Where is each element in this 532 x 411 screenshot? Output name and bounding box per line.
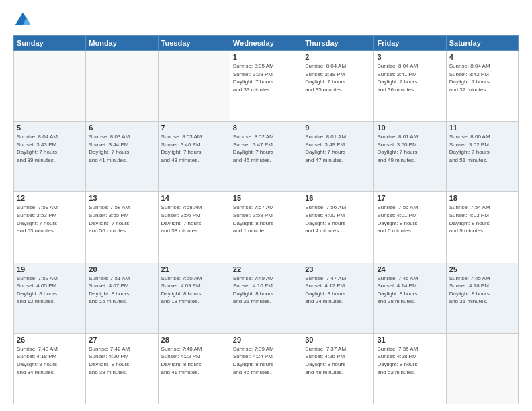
weekday-header-tuesday: Tuesday (158, 36, 230, 51)
weekday-header-thursday: Thursday (302, 36, 374, 51)
calendar-cell: 23Sunrise: 7:47 AM Sunset: 4:12 PM Dayli… (302, 263, 374, 333)
calendar-cell: 8Sunrise: 8:02 AM Sunset: 3:47 PM Daylig… (230, 122, 302, 192)
day-info: Sunrise: 7:56 AM Sunset: 4:00 PM Dayligh… (305, 203, 371, 234)
calendar-cell: 15Sunrise: 7:57 AM Sunset: 3:58 PM Dayli… (230, 192, 302, 263)
day-number: 14 (161, 194, 227, 202)
weekday-header-friday: Friday (374, 36, 446, 51)
calendar-cell (86, 51, 158, 122)
calendar-cell: 24Sunrise: 7:46 AM Sunset: 4:14 PM Dayli… (374, 263, 446, 333)
week-row-4: 19Sunrise: 7:52 AM Sunset: 4:05 PM Dayli… (14, 263, 519, 333)
weekday-header-sunday: Sunday (14, 36, 86, 51)
day-number: 16 (305, 194, 371, 202)
day-number: 19 (17, 265, 83, 273)
day-info: Sunrise: 7:47 AM Sunset: 4:12 PM Dayligh… (305, 275, 371, 306)
calendar-cell: 14Sunrise: 7:58 AM Sunset: 3:56 PM Dayli… (158, 192, 230, 263)
day-info: Sunrise: 8:04 AM Sunset: 3:42 PM Dayligh… (449, 62, 515, 93)
day-number: 30 (305, 336, 371, 344)
day-info: Sunrise: 7:59 AM Sunset: 3:53 PM Dayligh… (17, 203, 83, 234)
day-info: Sunrise: 7:50 AM Sunset: 4:09 PM Dayligh… (161, 275, 227, 306)
day-info: Sunrise: 7:54 AM Sunset: 4:03 PM Dayligh… (449, 203, 515, 234)
calendar-cell: 26Sunrise: 7:43 AM Sunset: 4:18 PM Dayli… (14, 333, 86, 404)
day-info: Sunrise: 7:42 AM Sunset: 4:20 PM Dayligh… (89, 345, 154, 376)
day-number: 17 (377, 194, 443, 202)
calendar-cell: 20Sunrise: 7:51 AM Sunset: 4:07 PM Dayli… (86, 263, 158, 333)
calendar-cell: 21Sunrise: 7:50 AM Sunset: 4:09 PM Dayli… (158, 263, 230, 333)
weekday-header-wednesday: Wednesday (230, 36, 302, 51)
calendar-cell: 25Sunrise: 7:45 AM Sunset: 4:16 PM Dayli… (446, 263, 518, 333)
calendar-cell: 30Sunrise: 7:37 AM Sunset: 4:26 PM Dayli… (302, 333, 374, 404)
day-number: 18 (449, 194, 515, 202)
header (13, 11, 519, 30)
day-number: 7 (161, 124, 227, 132)
calendar-cell: 31Sunrise: 7:35 AM Sunset: 4:28 PM Dayli… (374, 333, 446, 404)
day-number: 5 (17, 124, 83, 132)
day-info: Sunrise: 7:52 AM Sunset: 4:05 PM Dayligh… (17, 275, 83, 306)
calendar-cell: 19Sunrise: 7:52 AM Sunset: 4:05 PM Dayli… (14, 263, 86, 333)
day-number: 2 (305, 53, 371, 61)
calendar-cell: 3Sunrise: 8:04 AM Sunset: 3:41 PM Daylig… (374, 51, 446, 122)
page: SundayMondayTuesdayWednesdayThursdayFrid… (0, 0, 532, 411)
day-number: 8 (233, 124, 299, 132)
logo (13, 11, 36, 30)
day-info: Sunrise: 7:40 AM Sunset: 4:22 PM Dayligh… (161, 345, 227, 376)
day-info: Sunrise: 8:05 AM Sunset: 3:38 PM Dayligh… (233, 62, 299, 93)
day-number: 20 (89, 265, 154, 273)
day-info: Sunrise: 8:04 AM Sunset: 3:41 PM Dayligh… (377, 62, 443, 93)
logo-icon (13, 11, 32, 30)
calendar-cell: 5Sunrise: 8:04 AM Sunset: 3:43 PM Daylig… (14, 122, 86, 192)
day-info: Sunrise: 7:45 AM Sunset: 4:16 PM Dayligh… (449, 275, 515, 306)
calendar-cell: 13Sunrise: 7:58 AM Sunset: 3:55 PM Dayli… (86, 192, 158, 263)
calendar-cell: 7Sunrise: 8:03 AM Sunset: 3:46 PM Daylig… (158, 122, 230, 192)
day-info: Sunrise: 7:55 AM Sunset: 4:01 PM Dayligh… (377, 203, 443, 234)
day-number: 23 (305, 265, 371, 273)
day-info: Sunrise: 8:03 AM Sunset: 3:44 PM Dayligh… (89, 133, 154, 164)
week-row-3: 12Sunrise: 7:59 AM Sunset: 3:53 PM Dayli… (14, 192, 519, 263)
weekday-header-row: SundayMondayTuesdayWednesdayThursdayFrid… (14, 36, 519, 51)
day-info: Sunrise: 8:04 AM Sunset: 3:39 PM Dayligh… (305, 62, 371, 93)
day-number: 12 (17, 194, 83, 202)
day-info: Sunrise: 7:51 AM Sunset: 4:07 PM Dayligh… (89, 275, 154, 306)
day-number: 21 (161, 265, 227, 273)
day-number: 1 (233, 53, 299, 61)
day-info: Sunrise: 8:01 AM Sunset: 3:50 PM Dayligh… (377, 133, 443, 164)
calendar-cell: 11Sunrise: 8:00 AM Sunset: 3:52 PM Dayli… (446, 122, 518, 192)
day-info: Sunrise: 7:58 AM Sunset: 3:55 PM Dayligh… (89, 203, 154, 234)
day-info: Sunrise: 7:37 AM Sunset: 4:26 PM Dayligh… (305, 345, 371, 376)
day-info: Sunrise: 8:00 AM Sunset: 3:52 PM Dayligh… (449, 133, 515, 164)
day-number: 24 (377, 265, 443, 273)
calendar-cell: 2Sunrise: 8:04 AM Sunset: 3:39 PM Daylig… (302, 51, 374, 122)
day-info: Sunrise: 7:43 AM Sunset: 4:18 PM Dayligh… (17, 345, 83, 376)
day-number: 27 (89, 336, 154, 344)
week-row-1: 1Sunrise: 8:05 AM Sunset: 3:38 PM Daylig… (14, 51, 519, 122)
calendar-cell: 29Sunrise: 7:39 AM Sunset: 4:24 PM Dayli… (230, 333, 302, 404)
day-number: 15 (233, 194, 299, 202)
day-info: Sunrise: 7:35 AM Sunset: 4:28 PM Dayligh… (377, 345, 443, 376)
day-number: 22 (233, 265, 299, 273)
day-info: Sunrise: 8:01 AM Sunset: 3:49 PM Dayligh… (305, 133, 371, 164)
day-info: Sunrise: 8:04 AM Sunset: 3:43 PM Dayligh… (17, 133, 83, 164)
calendar-cell: 9Sunrise: 8:01 AM Sunset: 3:49 PM Daylig… (302, 122, 374, 192)
day-number: 10 (377, 124, 443, 132)
calendar-cell: 1Sunrise: 8:05 AM Sunset: 3:38 PM Daylig… (230, 51, 302, 122)
week-row-2: 5Sunrise: 8:04 AM Sunset: 3:43 PM Daylig… (14, 122, 519, 192)
day-number: 25 (449, 265, 515, 273)
calendar-cell: 18Sunrise: 7:54 AM Sunset: 4:03 PM Dayli… (446, 192, 518, 263)
day-number: 26 (17, 336, 83, 344)
day-number: 13 (89, 194, 154, 202)
calendar-cell: 12Sunrise: 7:59 AM Sunset: 3:53 PM Dayli… (14, 192, 86, 263)
day-info: Sunrise: 7:58 AM Sunset: 3:56 PM Dayligh… (161, 203, 227, 234)
calendar-cell (158, 51, 230, 122)
calendar-cell (14, 51, 86, 122)
calendar-cell: 4Sunrise: 8:04 AM Sunset: 3:42 PM Daylig… (446, 51, 518, 122)
day-info: Sunrise: 8:02 AM Sunset: 3:47 PM Dayligh… (233, 133, 299, 164)
day-info: Sunrise: 7:39 AM Sunset: 4:24 PM Dayligh… (233, 345, 299, 376)
day-info: Sunrise: 7:57 AM Sunset: 3:58 PM Dayligh… (233, 203, 299, 234)
day-number: 28 (161, 336, 227, 344)
calendar-cell: 16Sunrise: 7:56 AM Sunset: 4:00 PM Dayli… (302, 192, 374, 263)
calendar-cell: 28Sunrise: 7:40 AM Sunset: 4:22 PM Dayli… (158, 333, 230, 404)
weekday-header-monday: Monday (86, 36, 158, 51)
day-number: 9 (305, 124, 371, 132)
day-info: Sunrise: 7:49 AM Sunset: 4:10 PM Dayligh… (233, 275, 299, 306)
day-number: 3 (377, 53, 443, 61)
day-number: 31 (377, 336, 443, 344)
